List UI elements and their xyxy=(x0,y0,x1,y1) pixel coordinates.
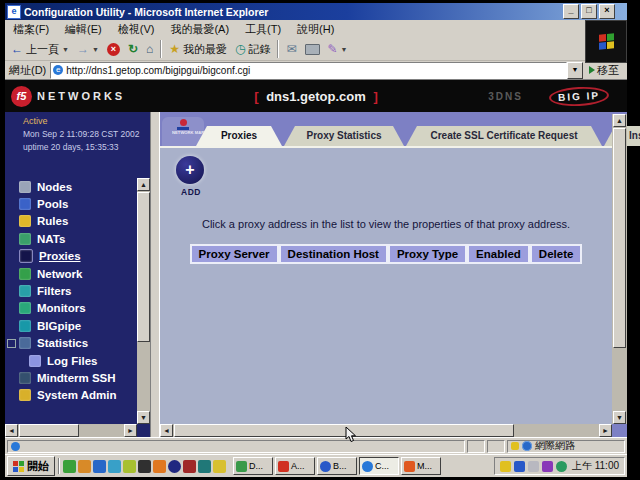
scrollbar-thumb[interactable] xyxy=(19,424,79,437)
task-button-2[interactable]: A... xyxy=(275,457,315,475)
scrollbar-thumb[interactable] xyxy=(613,128,626,348)
page-status-icon xyxy=(11,442,20,451)
print-button[interactable] xyxy=(301,43,324,56)
address-input[interactable]: e http://dns1.getop.com/bigipgui/bigconf… xyxy=(50,62,567,79)
mindterm-ssh-icon xyxy=(19,372,31,384)
task-button-5[interactable]: M... xyxy=(401,457,441,475)
menu-tools[interactable]: 工具(T) xyxy=(237,22,289,37)
scroll-down-icon[interactable]: ▼ xyxy=(613,411,626,424)
sidebar-item-nodes[interactable]: Nodes xyxy=(5,178,137,195)
sidebar-item-rules[interactable]: Rules xyxy=(5,213,137,230)
sidebar-item-system-admin[interactable]: System Admin xyxy=(5,387,137,404)
sidebar-item-pools[interactable]: Pools xyxy=(5,195,137,212)
app-icon xyxy=(236,461,247,472)
quicklaunch-icon-7[interactable] xyxy=(153,460,166,473)
scroll-down-icon[interactable]: ▼ xyxy=(137,411,150,424)
tree-expand-icon[interactable] xyxy=(7,339,16,348)
close-button[interactable]: × xyxy=(599,4,615,19)
menu-bar: 檔案(F) 編輯(E) 檢視(V) 我的最愛(A) 工具(T) 說明(H) xyxy=(5,20,585,39)
scroll-up-icon[interactable]: ▲ xyxy=(613,114,626,127)
sidebar-vertical-scrollbar[interactable]: ▲ ▼ xyxy=(137,178,150,424)
menu-view[interactable]: 檢視(V) xyxy=(110,22,163,37)
quicklaunch-icon-3[interactable] xyxy=(93,460,106,473)
back-button[interactable]: ← 上一頁 ▼ xyxy=(7,41,73,58)
start-button[interactable]: 開始 xyxy=(7,456,55,476)
sidebar-item-monitors[interactable]: Monitors xyxy=(5,300,137,317)
scroll-right-icon[interactable]: ► xyxy=(124,424,137,437)
maximize-button[interactable]: □ xyxy=(581,4,597,19)
add-proxy-button[interactable]: + xyxy=(176,156,204,184)
favorites-button[interactable]: ★ 我的最愛 xyxy=(165,41,231,58)
edit-button[interactable]: ✎ ▼ xyxy=(324,41,352,57)
taskbar-clock[interactable]: 上午 11:00 xyxy=(572,459,619,473)
scroll-left-icon[interactable]: ◄ xyxy=(160,424,173,437)
quicklaunch-icon-11[interactable] xyxy=(213,460,226,473)
sidebar-item-bigpipe[interactable]: BIGpipe xyxy=(5,317,137,334)
tab-proxy-statistics[interactable]: Proxy Statistics xyxy=(284,126,404,146)
frame-divider[interactable] xyxy=(150,112,160,437)
sidebar-item-mindterm-ssh[interactable]: Mindterm SSH xyxy=(5,369,137,386)
video-capture-frame: e Configuration Utility - Microsoft Inte… xyxy=(0,0,640,480)
go-button[interactable]: 移至 xyxy=(583,63,625,78)
quicklaunch-icon-2[interactable] xyxy=(78,460,91,473)
system-admin-icon xyxy=(19,389,31,401)
brand-nav-links: 3DNS BIG IP xyxy=(488,87,609,106)
taskbar-separator xyxy=(58,458,60,474)
main-vertical-scrollbar[interactable]: ▲ ▼ xyxy=(612,114,627,424)
task-button-1[interactable]: D... xyxy=(233,457,273,475)
sidebar-item-statistics[interactable]: Statistics xyxy=(5,335,137,352)
stop-button[interactable]: × xyxy=(103,42,124,57)
page-icon: e xyxy=(53,65,63,75)
sidebar-item-proxies[interactable]: Proxies xyxy=(5,248,137,265)
volume-icon[interactable] xyxy=(500,461,511,472)
address-label: 網址(D) xyxy=(9,63,46,78)
scroll-left-icon[interactable]: ◄ xyxy=(5,424,18,437)
menu-favorites[interactable]: 我的最愛(A) xyxy=(162,22,237,37)
system-tray: 上午 11:00 xyxy=(494,457,625,475)
status-panel-small xyxy=(487,440,505,453)
link-bigip[interactable]: BIG IP xyxy=(549,85,610,107)
sidebar-item-filters[interactable]: Filters xyxy=(5,282,137,299)
quicklaunch-icon-9[interactable] xyxy=(183,460,196,473)
forward-button[interactable]: → ▼ xyxy=(73,41,103,57)
quicklaunch-icon-4[interactable] xyxy=(108,460,121,473)
menu-edit[interactable]: 編輯(E) xyxy=(57,22,110,37)
main-horizontal-scrollbar[interactable]: ◄ ► xyxy=(160,424,612,437)
system-state: Active xyxy=(23,115,150,128)
scrollbar-thumb[interactable] xyxy=(174,424,514,437)
refresh-button[interactable]: ↻ xyxy=(124,41,142,57)
link-3dns[interactable]: 3DNS xyxy=(488,91,523,102)
task-button-3[interactable]: B... xyxy=(317,457,357,475)
app-icon xyxy=(278,461,289,472)
home-button[interactable]: ⌂ xyxy=(142,41,157,57)
task-button-4-active[interactable]: C... xyxy=(359,457,399,475)
hostname-text: dns1.getop.com xyxy=(262,89,370,104)
sidebar-horizontal-scrollbar[interactable]: ◄ ► xyxy=(5,424,137,437)
quicklaunch-icon-1[interactable] xyxy=(63,460,76,473)
toolbar-separator xyxy=(277,40,279,58)
scroll-up-icon[interactable]: ▲ xyxy=(137,178,150,191)
history-button[interactable]: ◷ 記錄 xyxy=(231,41,274,58)
sidebar-item-log-files[interactable]: Log Files xyxy=(5,352,137,369)
minimize-button[interactable]: _ xyxy=(563,4,579,19)
sidebar-item-nats[interactable]: NATs xyxy=(5,230,137,247)
sidebar-item-network[interactable]: Network xyxy=(5,265,137,282)
tab-proxies[interactable]: Proxies xyxy=(196,126,282,146)
quicklaunch-icon-5[interactable] xyxy=(123,460,136,473)
window-title: Configuration Utility - Microsoft Intern… xyxy=(24,6,563,18)
mail-button[interactable]: ✉ xyxy=(282,41,300,57)
tray-icon[interactable] xyxy=(542,461,553,472)
tab-network-map[interactable]: NETWORK MAP xyxy=(162,117,204,146)
tray-icon[interactable] xyxy=(556,461,567,472)
address-dropdown-button[interactable]: ▼ xyxy=(567,62,583,79)
quicklaunch-icon-8[interactable] xyxy=(168,460,181,473)
quicklaunch-icon-10[interactable] xyxy=(198,460,211,473)
menu-help[interactable]: 說明(H) xyxy=(289,22,342,37)
input-method-icon[interactable] xyxy=(514,461,525,472)
tab-create-ssl-certificate-request[interactable]: Create SSL Certificate Request xyxy=(406,126,602,146)
menu-file[interactable]: 檔案(F) xyxy=(5,22,57,37)
tray-icon[interactable] xyxy=(528,461,539,472)
quicklaunch-icon-6[interactable] xyxy=(138,460,151,473)
scroll-right-icon[interactable]: ► xyxy=(599,424,612,437)
scrollbar-thumb[interactable] xyxy=(137,192,150,342)
